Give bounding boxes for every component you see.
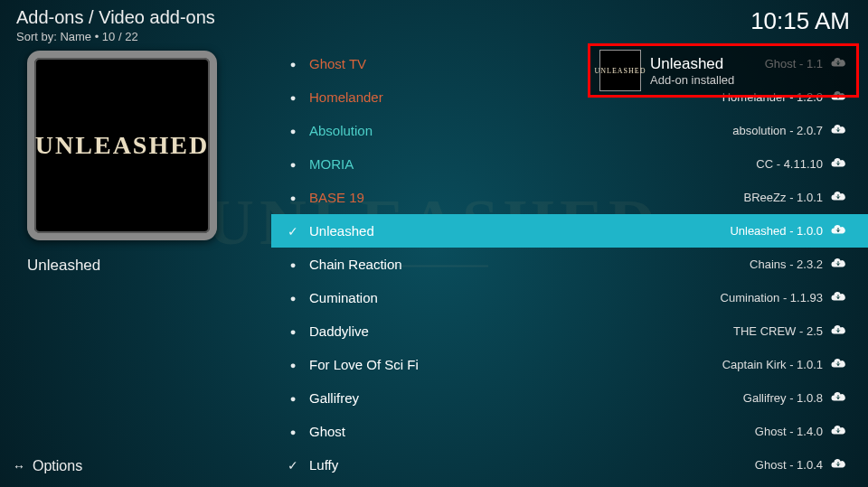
list-item[interactable]: ✓LuffyGhost - 1.0.4 — [271, 448, 868, 482]
addon-list[interactable]: ●Ghost TVGhost - 1.1●HomelanderHomelande… — [271, 47, 868, 487]
list-item-meta: Captain Kirk - 1.0.1 — [722, 358, 823, 371]
options-icon: ↔ — [13, 459, 25, 473]
notification-title: Unleashed — [650, 55, 734, 73]
notification-subtitle: Add-on installed — [650, 73, 734, 87]
list-item-meta: Ghost - 1.4.0 — [755, 425, 823, 438]
list-item-title: Unleashed — [309, 223, 374, 239]
bullet-icon: ● — [286, 393, 300, 404]
bullet-icon: ● — [286, 126, 300, 136]
bullet-icon: ● — [286, 92, 300, 103]
list-item[interactable]: ●BASE 19BReeZz - 1.0.1 — [271, 181, 868, 214]
bullet-icon: ● — [286, 259, 300, 270]
clock: 10:15 AM — [750, 7, 850, 35]
bullet-icon: ● — [286, 192, 300, 203]
download-icon — [830, 455, 846, 474]
download-icon — [830, 255, 846, 274]
download-icon — [830, 155, 846, 173]
addon-thumbnail: UNLEASHED — [27, 51, 217, 240]
list-item-meta: absolution - 2.0.7 — [732, 124, 823, 137]
breadcrumb: Add-ons / Video add-ons — [16, 7, 215, 28]
download-icon — [830, 422, 846, 441]
list-item[interactable]: ●GhostGhost - 1.4.0 — [271, 415, 868, 448]
addon-thumbnail-label: UNLEASHED — [35, 131, 209, 160]
download-icon — [830, 322, 846, 341]
list-item[interactable]: ●For Love Of Sci FiCaptain Kirk - 1.0.1 — [271, 348, 868, 381]
list-item-title: BASE 19 — [309, 190, 364, 205]
check-icon: ✓ — [286, 224, 300, 239]
list-item-meta: Cumination - 1.1.93 — [721, 291, 823, 304]
bullet-icon: ● — [286, 326, 300, 337]
notification-popup: UNLEASHED Unleashed Add-on installed — [588, 43, 859, 98]
list-item-title: Daddylive — [309, 323, 369, 339]
list-item-meta: THE CREW - 2.5 — [733, 324, 823, 338]
list-item[interactable]: ●Chain ReactionChains - 2.3.2 — [271, 248, 868, 281]
bullet-icon: ● — [286, 426, 300, 437]
list-item-title: Homelander — [309, 89, 383, 105]
download-icon — [830, 288, 846, 307]
download-icon — [830, 121, 846, 140]
list-item-title: Ghost — [309, 424, 345, 439]
sidebar: UNLEASHED Unleashed — [27, 51, 235, 275]
list-item-title: Cumination — [309, 290, 378, 305]
sort-info: Sort by: Name • 10 / 22 — [16, 30, 215, 43]
list-item-title: Gallifrey — [309, 390, 359, 406]
options-button[interactable]: ↔ Options — [13, 458, 82, 474]
list-item[interactable]: ●Absolutionabsolution - 2.0.7 — [271, 114, 868, 147]
list-item-title: Chain Reaction — [309, 257, 402, 272]
download-icon — [830, 188, 846, 207]
list-item-meta: BReeZz - 1.0.1 — [744, 191, 823, 204]
download-icon — [830, 221, 846, 240]
bullet-icon: ● — [286, 293, 300, 304]
list-item-meta: Ghost - 1.0.4 — [755, 458, 823, 472]
list-item-title: MORIA — [309, 156, 354, 172]
download-icon — [830, 389, 846, 407]
list-item-meta: Unleashed - 1.0.0 — [730, 224, 823, 238]
addon-name: Unleashed — [27, 257, 235, 275]
list-item-title: For Love Of Sci Fi — [309, 357, 419, 372]
download-icon — [830, 355, 846, 374]
notification-thumbnail: UNLEASHED — [599, 50, 641, 91]
list-item[interactable]: ●MORIACC - 4.11.10 — [271, 147, 868, 181]
bullet-icon: ● — [286, 159, 300, 170]
options-label: Options — [33, 458, 82, 474]
list-item-title: Ghost TV — [309, 56, 366, 71]
list-item[interactable]: ●CuminationCumination - 1.1.93 — [271, 281, 868, 314]
list-item-title: Absolution — [309, 123, 373, 138]
list-item-meta: CC - 4.11.10 — [756, 157, 823, 171]
list-item-meta: Gallifrey - 1.0.8 — [743, 391, 823, 405]
list-item[interactable]: ✓UnleashedUnleashed - 1.0.0 — [271, 214, 868, 248]
check-icon: ✓ — [286, 458, 300, 473]
bullet-icon: ● — [286, 59, 300, 70]
list-item[interactable]: ●DaddyliveTHE CREW - 2.5 — [271, 314, 868, 348]
list-item-title: Luffy — [309, 457, 338, 473]
bullet-icon: ● — [286, 360, 300, 370]
list-item-meta: Chains - 2.3.2 — [750, 258, 823, 271]
list-item[interactable]: ●GallifreyGallifrey - 1.0.8 — [271, 381, 868, 415]
